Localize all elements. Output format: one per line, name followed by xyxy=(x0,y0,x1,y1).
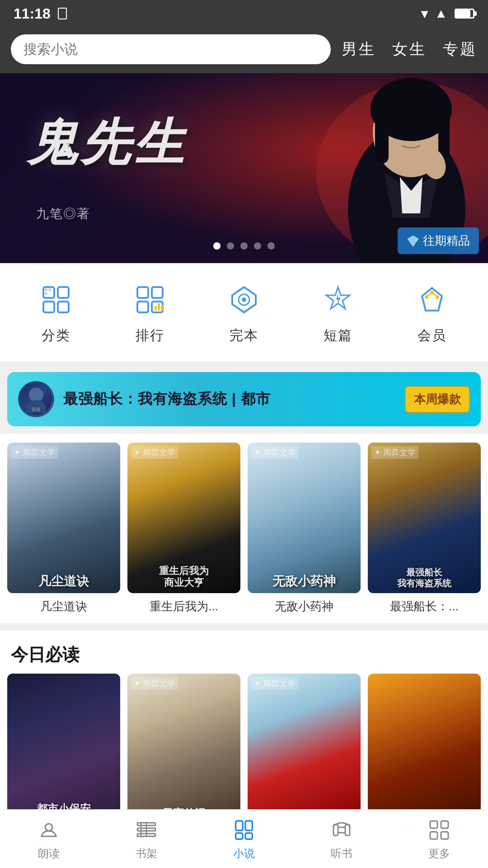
svg-rect-11 xyxy=(43,302,54,312)
nav-bookshelf[interactable]: 书架 xyxy=(98,817,195,861)
book-cover-2: ✦ 周弈文学 重生后我为商业大亨 xyxy=(127,443,240,593)
must-read-item-1[interactable]: 都市小保安 xyxy=(7,674,120,824)
nav-ranking-label: 排行 xyxy=(136,326,164,345)
nav-read-aloud[interactable]: 朗读 xyxy=(0,817,98,861)
svg-text:我有: 我有 xyxy=(32,407,41,412)
trending-banner[interactable]: 我有 最强船长：我有海盗系统 | 都市 本周爆款 xyxy=(7,372,481,426)
banner-dot-5[interactable] xyxy=(267,242,275,250)
nav-read-aloud-label: 朗读 xyxy=(38,846,60,861)
banner-dot-3[interactable] xyxy=(240,242,248,250)
svg-rect-12 xyxy=(58,302,69,312)
banner-dot-2[interactable] xyxy=(227,242,234,250)
svg-point-27 xyxy=(436,295,439,299)
banner-dot-1[interactable] xyxy=(213,242,221,250)
svg-rect-21 xyxy=(158,303,160,311)
book-item-2[interactable]: ✦ 周弈文学 重生后我为商业大亨 重生后我为... xyxy=(127,443,240,614)
svg-rect-39 xyxy=(236,833,243,839)
svg-rect-20 xyxy=(155,306,157,311)
svg-point-6 xyxy=(396,127,404,137)
banner-title: 鬼先生 xyxy=(27,109,187,177)
nav-female[interactable]: 女生 xyxy=(392,39,427,60)
svg-rect-10 xyxy=(58,287,69,298)
svg-rect-22 xyxy=(161,305,163,311)
nav-male[interactable]: 男生 xyxy=(342,39,376,60)
svg-point-25 xyxy=(425,295,428,299)
complete-icon xyxy=(224,279,264,320)
svg-rect-18 xyxy=(137,302,148,312)
svg-point-15 xyxy=(45,292,47,295)
banner-subtitle: 九笔◎著 xyxy=(36,205,90,222)
svg-rect-5 xyxy=(438,100,450,159)
sim-icon xyxy=(58,8,67,19)
book-title-3: 无敌小药神 xyxy=(248,599,361,614)
trending-avatar: 我有 xyxy=(18,381,54,417)
search-input[interactable] xyxy=(11,34,331,64)
svg-rect-46 xyxy=(441,832,448,839)
status-bar: 11:18 ▾ ▲ xyxy=(0,0,488,27)
trending-badge: 本周爆款 xyxy=(405,386,470,413)
book-item-4[interactable]: ✦ 周弈文学 最强船长我有海盗系统 最强船长：... xyxy=(368,443,481,614)
banner-dot-4[interactable] xyxy=(254,242,261,250)
vip-icon xyxy=(412,279,452,320)
svg-point-24 xyxy=(242,297,246,302)
svg-point-7 xyxy=(419,127,426,137)
nav-novel[interactable]: 小说 xyxy=(195,817,293,861)
must-read-header: 今日必读 xyxy=(0,631,488,674)
nav-special[interactable]: 专题 xyxy=(443,39,477,60)
svg-point-31 xyxy=(45,824,52,831)
novel-icon xyxy=(231,817,257,843)
book-cover-3: ✦ 周弈文学 无敌小药神 xyxy=(248,443,361,593)
nav-complete[interactable]: 完本 xyxy=(224,279,264,345)
header-nav: 男生 女生 专题 xyxy=(342,39,477,60)
nav-short[interactable]: 短篇 xyxy=(318,279,358,345)
more-icon xyxy=(427,817,452,843)
nav-more[interactable]: 更多 xyxy=(390,817,488,861)
nav-vip[interactable]: 会员 xyxy=(412,279,452,345)
bookshelf-icon xyxy=(134,817,159,843)
banner-badge-text: 往期精品 xyxy=(423,233,470,249)
book-title-1: 凡尘道诀 xyxy=(7,599,120,614)
book-title-4: 最强船长：... xyxy=(368,599,481,614)
must-read-section: 今日必读 都市小保安 ✦ 周弈文学 天宇传记 ✦ 周弈文学 双龙城 xyxy=(0,631,488,833)
nav-ranking[interactable]: 排行 xyxy=(130,279,170,345)
svg-point-14 xyxy=(48,288,51,291)
book-item-3[interactable]: ✦ 周弈文学 无敌小药神 无敌小药神 xyxy=(248,443,361,614)
must-read-item-2[interactable]: ✦ 周弈文学 天宇传记 xyxy=(127,674,240,824)
must-read-cover-2: ✦ 周弈文学 天宇传记 xyxy=(127,674,240,824)
hero-banner[interactable]: 鬼先生 九笔◎著 往期精品 xyxy=(0,73,488,263)
bottom-nav: 朗读 书架 小说 xyxy=(0,809,488,868)
svg-rect-4 xyxy=(375,100,389,164)
nav-audiobook-label: 听书 xyxy=(331,846,352,861)
short-icon xyxy=(318,279,358,320)
audiobook-icon xyxy=(329,817,354,843)
nav-category-label: 分类 xyxy=(42,326,70,345)
nav-novel-label: 小说 xyxy=(233,846,255,861)
book-cover-4: ✦ 周弈文学 最强船长我有海盗系统 xyxy=(368,443,481,593)
category-icon xyxy=(36,279,76,320)
book-item-1[interactable]: ✦ 周弈文学 凡尘道诀 凡尘道诀 xyxy=(7,443,120,614)
wifi-icon: ▾ xyxy=(421,6,427,21)
book-grid: ✦ 周弈文学 凡尘道诀 凡尘道诀 ✦ 周弈文学 重生后我为商业大亨 重生后我为.… xyxy=(0,434,488,623)
svg-rect-37 xyxy=(236,821,243,830)
svg-rect-38 xyxy=(245,821,252,830)
diamond-icon xyxy=(407,235,419,247)
banner-badge[interactable]: 往期精品 xyxy=(398,227,479,254)
nav-category[interactable]: 分类 xyxy=(36,279,76,345)
nav-vip-label: 会员 xyxy=(418,326,446,345)
must-read-cover-1: 都市小保安 xyxy=(7,674,120,824)
svg-rect-45 xyxy=(430,832,437,839)
battery-icon xyxy=(455,9,474,19)
signal-icon: ▲ xyxy=(435,6,447,21)
svg-rect-43 xyxy=(430,821,437,828)
must-read-cover-4: 双龙城 xyxy=(368,674,481,824)
must-read-item-4[interactable]: 双龙城 xyxy=(368,674,481,824)
svg-rect-40 xyxy=(245,833,252,839)
svg-rect-17 xyxy=(152,287,163,298)
book-cover-1: ✦ 周弈文学 凡尘道诀 xyxy=(7,443,120,593)
nav-bookshelf-label: 书架 xyxy=(136,846,157,861)
must-read-item-3[interactable]: ✦ 周弈文学 xyxy=(248,674,361,824)
nav-audiobook[interactable]: 听书 xyxy=(293,817,390,861)
banner-dots xyxy=(213,242,275,250)
svg-rect-9 xyxy=(43,287,54,298)
trending-text: 最强船长：我有海盗系统 | 都市 xyxy=(63,389,396,409)
